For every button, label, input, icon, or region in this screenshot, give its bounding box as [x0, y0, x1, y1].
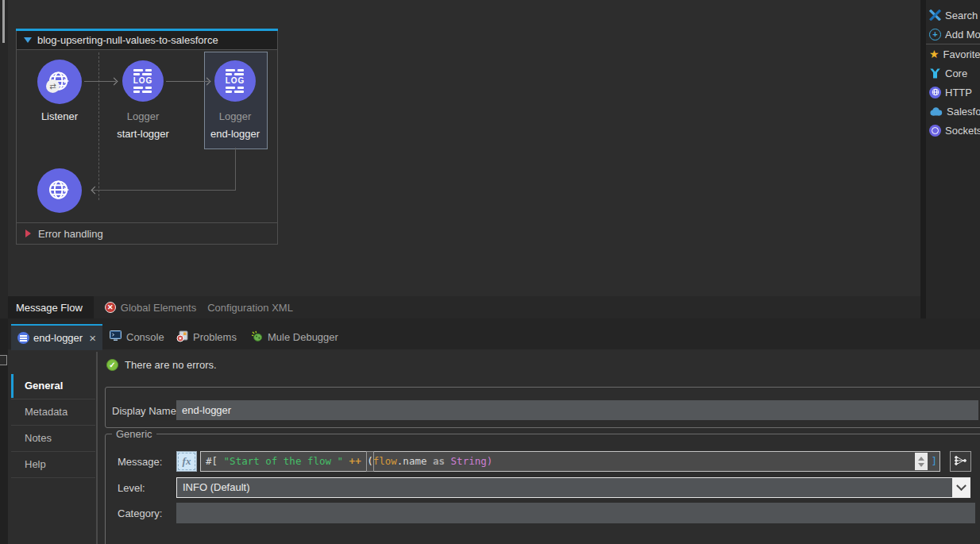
- star-icon: ★: [929, 48, 939, 60]
- category-label: Category:: [118, 507, 162, 519]
- node-type-label: Logger: [99, 110, 187, 122]
- tab-message-flow[interactable]: Message Flow: [8, 296, 94, 318]
- sidebar-item-general[interactable]: General: [11, 373, 95, 399]
- anypoint-studio-window: blog-upserting-null-values-to-salesforce: [0, 0, 980, 544]
- palette-item-http[interactable]: HTTP: [926, 83, 980, 102]
- palette-item-salesforce[interactable]: Salesforce: [926, 102, 980, 121]
- return-connector-vertical: [235, 148, 236, 191]
- code-token: [445, 452, 451, 471]
- add-module-icon: +: [929, 29, 941, 41]
- logger-tab-icon: [17, 332, 29, 344]
- dataweave-mapping-icon: [954, 455, 967, 469]
- message-label: Message:: [118, 456, 162, 468]
- validation-status: ✓ There are no errors.: [106, 359, 217, 371]
- category-input[interactable]: [176, 503, 975, 523]
- palette-label: Salesforce: [947, 106, 980, 118]
- return-connector-horizontal: [91, 190, 235, 191]
- collapse-down-icon: [24, 37, 32, 43]
- tab-label: Problems: [193, 331, 237, 343]
- palette-label: Sockets: [945, 125, 980, 137]
- palette-label: Favorites: [943, 48, 980, 60]
- salesforce-cloud-icon: [929, 106, 943, 117]
- node-logger-start[interactable]: LOG: [122, 60, 164, 102]
- flow-canvas-body: ⇄ Listener LOG Logger start-logger: [16, 50, 278, 223]
- palette-item-add-modules[interactable]: + Add Modules: [926, 25, 980, 44]
- left-scrollbar-fragment[interactable]: [2, 0, 5, 43]
- expression-closing-bracket: ]: [931, 452, 937, 470]
- display-name-label: Display Name:: [112, 405, 179, 417]
- spinner-down-icon[interactable]: [918, 463, 924, 467]
- level-value: INFO (Default): [183, 481, 250, 493]
- flow-header[interactable]: blog-upserting-null-values-to-salesforce: [16, 31, 278, 50]
- code-token: .name: [397, 452, 433, 471]
- palette-label: HTTP: [945, 87, 972, 98]
- palette-item-search[interactable]: Search: [926, 6, 980, 25]
- http-protocol-badge-icon: ⇄: [46, 79, 60, 93]
- palette-label: Core: [945, 68, 967, 79]
- left-edge-strip-bottom: [0, 318, 8, 544]
- editor-view-tabbar: Message Flow ✕ Global Elements Configura…: [8, 296, 920, 318]
- error-badge-icon: ✕: [105, 302, 116, 313]
- fx-expression-toggle-button[interactable]: fx: [176, 451, 197, 472]
- node-http-response[interactable]: [37, 168, 82, 213]
- check-icon: ✓: [106, 359, 118, 371]
- tab-mule-debugger[interactable]: Mule Debugger: [251, 324, 338, 350]
- problems-icon: [176, 330, 188, 345]
- node-name-label: start-logger: [99, 128, 187, 140]
- level-dropdown[interactable]: INFO (Default): [176, 477, 970, 498]
- flow-container: blog-upserting-null-values-to-salesforce: [16, 29, 278, 245]
- sockets-connector-icon: [929, 125, 941, 137]
- mule-core-icon: [929, 68, 941, 79]
- node-http-listener[interactable]: [37, 60, 82, 104]
- sidebar-item-metadata[interactable]: Metadata: [11, 399, 95, 426]
- expression-spinner[interactable]: [915, 453, 928, 470]
- tab-end-logger[interactable]: end-logger ×: [11, 324, 102, 350]
- chevron-down-icon: [956, 480, 966, 491]
- tab-label: Console: [126, 331, 164, 343]
- code-token: (: [367, 452, 373, 471]
- left-edge-strip: [0, 0, 8, 318]
- tab-console[interactable]: Console: [110, 324, 164, 350]
- tab-problems[interactable]: Problems: [176, 324, 237, 350]
- dropdown-button[interactable]: [952, 478, 970, 497]
- tab-global-elements[interactable]: ✕ Global Elements: [105, 302, 196, 314]
- node-logger-end[interactable]: LOG: [214, 60, 256, 102]
- tab-label: Configuration XML: [207, 302, 293, 314]
- close-icon[interactable]: ×: [89, 332, 96, 344]
- tab-label: Mule Debugger: [268, 331, 338, 343]
- code-token: "Start of the flow ": [224, 452, 344, 471]
- bug-icon: [251, 330, 263, 345]
- code-token: as: [433, 452, 445, 471]
- flow-title: blog-upserting-null-values-to-salesforce: [37, 34, 218, 46]
- palette-item-sockets[interactable]: Sockets: [926, 121, 980, 140]
- message-expression-input[interactable]: #[ "Start of the flow " ++ (flow.name as…: [200, 451, 940, 472]
- exchange-search-icon: [929, 10, 941, 21]
- collapse-right-icon: [25, 230, 31, 237]
- palette-label: Add Modules: [945, 29, 980, 41]
- palette-item-favorites[interactable]: ★ Favorites: [926, 44, 980, 64]
- module-palette: Search + Add Modules ★ Favorites Core: [926, 0, 980, 318]
- sidebar-item-notes[interactable]: Notes: [11, 426, 95, 452]
- code-token: String: [451, 452, 487, 471]
- http-connector-icon: [929, 87, 941, 98]
- tab-configuration-xml[interactable]: Configuration XML: [207, 302, 293, 314]
- spinner-up-icon[interactable]: [918, 457, 924, 461]
- globe-arrow-icon: [46, 176, 73, 206]
- code-token: #[: [206, 452, 224, 471]
- canvas-palette-divider[interactable]: [920, 0, 926, 318]
- node-label: Listener: [28, 110, 91, 122]
- restore-panel-icon[interactable]: [0, 355, 7, 365]
- error-handling-header[interactable]: Error handling: [16, 223, 278, 245]
- node-name-label: end-logger: [191, 128, 279, 140]
- properties-sidebar: General Metadata Notes Help: [11, 373, 95, 478]
- palette-item-core[interactable]: Core: [926, 64, 980, 83]
- flow-source-divider: [98, 52, 99, 200]
- dataweave-editor-button[interactable]: [950, 451, 971, 472]
- log-icon: LOG: [133, 69, 153, 93]
- arrowhead-icon: [91, 187, 99, 195]
- sidebar-item-help[interactable]: Help: [11, 452, 95, 478]
- display-name-input[interactable]: end-logger: [176, 400, 978, 420]
- tab-label: Global Elements: [121, 302, 196, 314]
- sidebar-divider: [96, 352, 98, 544]
- level-label: Level:: [118, 482, 145, 494]
